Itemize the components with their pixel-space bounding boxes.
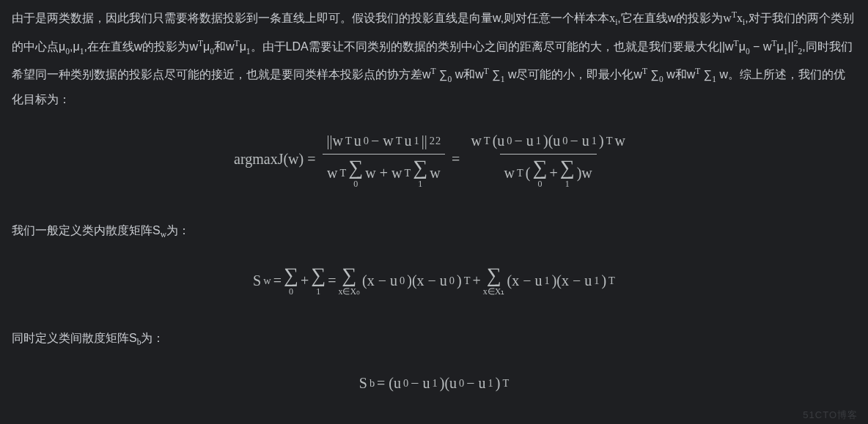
sub: 1 — [565, 179, 570, 188]
sub-0: 0 — [507, 130, 512, 151]
equals: = — [452, 149, 460, 169]
t: || — [422, 130, 427, 151]
text: w尽可能的小，即最小化w — [504, 68, 642, 81]
text: μ — [739, 40, 746, 53]
sigma: ∑ — [348, 157, 363, 178]
numerator: wT(u0 − u1)(u0 − u1)Tw — [466, 130, 630, 154]
fraction-1: ||wTu0 − wTu1||22 wT ∑0 w + wT ∑1 w — [323, 130, 446, 188]
sigma: ∑ — [532, 157, 547, 178]
t: )(u — [440, 373, 457, 393]
equals: = — [328, 270, 336, 291]
text: ,在在直线w的投影为w — [84, 40, 198, 53]
sum-icon: ∑x∈X₁ — [483, 265, 505, 296]
equation-Sw: Sw = ∑0 + ∑1 = ∑x∈X₀ (x − u0)(x − u0)T +… — [12, 265, 856, 296]
sum-icon: ∑0 — [532, 157, 547, 188]
sub-1: 1 — [594, 270, 599, 291]
var-x: x — [609, 12, 615, 24]
sub-0: 0 — [459, 373, 464, 393]
t: w — [430, 163, 440, 183]
sup-T: T — [484, 130, 490, 151]
t: w — [504, 163, 515, 183]
t: w — [614, 130, 625, 151]
sup-T: T — [732, 10, 737, 19]
t: w + w — [365, 163, 402, 183]
sum-icon: ∑1 — [311, 265, 326, 296]
sum-icon: ∑x∈X₀ — [338, 265, 360, 296]
sup-T: T — [517, 163, 523, 183]
t: − u — [411, 373, 430, 393]
sup-T: T — [235, 39, 240, 48]
text: 。由于LDA需要让不同类别的数据的类别中心之间的距离尽可能的大，也就是我们要最大… — [251, 40, 734, 53]
sub: 1 — [418, 179, 422, 188]
sigma: ∑ — [284, 265, 298, 286]
text: ,它在直线w的投影为 — [617, 12, 723, 24]
denominator: wT ∑0 w + wT ∑1 w — [323, 154, 445, 188]
equation-Sb: Sb = (u0 − u1)(u0 − u1)T — [12, 373, 856, 393]
sup-T: T — [606, 130, 613, 151]
sigma: ∑ — [311, 265, 326, 286]
t: ( — [526, 163, 531, 183]
sigma: ∑ — [342, 265, 356, 286]
sup-T: T — [404, 163, 411, 183]
t: u — [404, 130, 411, 151]
sub: x∈X₀ — [338, 287, 360, 296]
t: )w — [577, 163, 592, 183]
text: w和w — [663, 68, 696, 81]
plus: + — [473, 270, 481, 291]
sub: 1 — [316, 287, 320, 296]
t: w — [471, 130, 481, 151]
sup-T: T — [198, 39, 203, 48]
text: μ — [776, 40, 783, 53]
text: ∑ — [647, 68, 659, 81]
t: (u — [493, 130, 505, 151]
text: ∑ — [436, 68, 448, 81]
paragraph-1: 由于是两类数据，因此我们只需要将数据投影到一条直线上即可。假设我们的投影直线是向… — [12, 4, 856, 110]
sub-1: 1 — [592, 130, 597, 151]
sup-T: T — [339, 163, 346, 183]
t: = (u — [377, 373, 401, 393]
sup-T: T — [608, 270, 615, 291]
t: ) — [599, 130, 604, 151]
eq-lhs: S — [253, 270, 261, 291]
sub-w: w — [263, 270, 271, 291]
text: 为： — [166, 224, 190, 237]
sup-T: T — [734, 39, 739, 48]
t: )(u — [543, 130, 560, 151]
text: w和w — [452, 68, 484, 81]
sup-T: T — [345, 130, 352, 151]
eq-lhs: argmaxJ(w) = — [234, 149, 315, 169]
sup-T: T — [502, 373, 509, 393]
numerator: ||wTu0 − wTu1||22 — [323, 130, 446, 154]
sub-b: b — [369, 373, 375, 393]
sub: 0 — [353, 179, 358, 188]
text: 和w — [214, 40, 235, 53]
sup-2: 2 — [430, 130, 435, 151]
denominator: wT( ∑0 + ∑1 )w — [500, 154, 597, 188]
t: ) — [457, 270, 462, 291]
paragraph-2: 我们一般定义类内散度矩阵Sw为： — [12, 220, 856, 245]
sup-T: T — [396, 130, 402, 151]
sub-1: 1 — [433, 373, 438, 393]
sigma: ∑ — [560, 157, 575, 178]
text: ∑ — [489, 68, 501, 81]
sub: 0 — [289, 287, 293, 296]
t: − u — [570, 130, 589, 151]
var-x: x — [737, 12, 743, 24]
sub: x∈X₁ — [483, 287, 505, 296]
sup-T: T — [464, 270, 471, 291]
plus: + — [301, 270, 309, 291]
sup-T: T — [484, 67, 489, 75]
sub-w: w — [161, 230, 166, 239]
text: 为： — [141, 332, 164, 344]
sub-1: 1 — [413, 130, 419, 151]
sub-1: 1 — [488, 373, 493, 393]
equals: = — [273, 270, 282, 291]
sub-1: 1 — [536, 130, 541, 151]
t: − w — [371, 130, 394, 151]
paragraph-3: 同时定义类间散度矩阵Sb为： — [12, 328, 856, 352]
text: 由于是两类数据，因此我们只需要将数据投影到一条直线上即可。假设我们的投影直线是向… — [12, 12, 609, 24]
t: ) — [601, 270, 606, 291]
t: + — [549, 163, 557, 183]
t: ||w — [327, 130, 343, 151]
t: (x − u — [362, 270, 397, 291]
